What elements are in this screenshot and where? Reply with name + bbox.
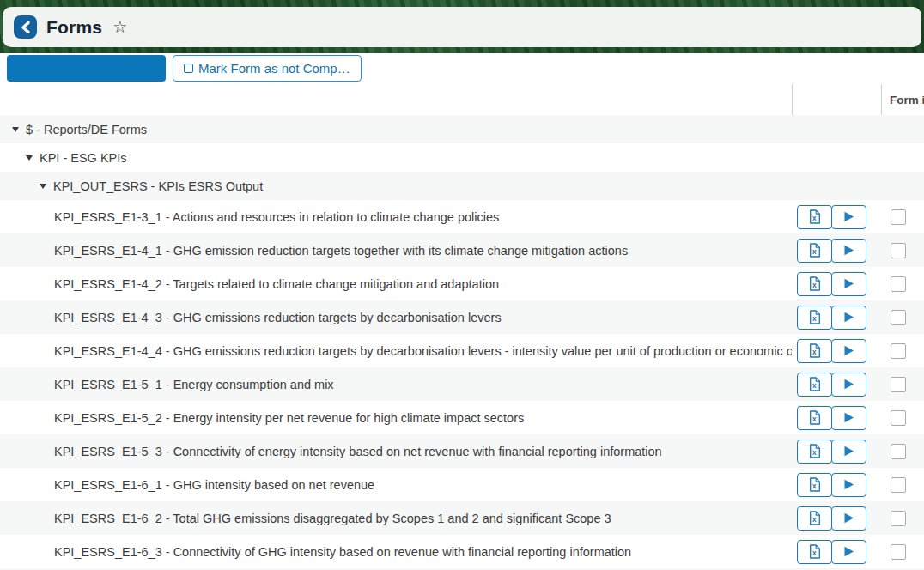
form-label: KPI_ESRS_E1-6_3 - Connectivity of GHG in… xyxy=(0,545,792,559)
column-header-actions xyxy=(792,84,881,115)
run-form-button[interactable] xyxy=(831,239,866,263)
export-excel-button[interactable]: x xyxy=(797,406,832,430)
form-action-button-group: x xyxy=(797,306,866,330)
form-actions: x xyxy=(792,540,881,564)
mark-form-not-complete-label: Mark Form as not Comp… xyxy=(198,61,350,76)
export-excel-button[interactable]: x xyxy=(797,272,832,296)
form-is-complete-checkbox[interactable] xyxy=(891,243,906,258)
play-icon xyxy=(843,546,854,557)
svg-text:x: x xyxy=(812,415,817,423)
form-is-cell xyxy=(881,511,924,526)
column-header-forms xyxy=(0,84,792,115)
run-form-button[interactable] xyxy=(831,473,866,497)
form-row: KPI_ESRS_E1-5_3 - Connectivity of energy… xyxy=(0,434,924,468)
run-form-button[interactable] xyxy=(831,306,866,330)
run-form-button[interactable] xyxy=(831,440,866,464)
run-form-button[interactable] xyxy=(831,373,866,397)
svg-text:x: x xyxy=(812,315,817,323)
export-excel-button[interactable]: x xyxy=(797,239,832,263)
form-is-complete-checkbox[interactable] xyxy=(891,477,906,493)
form-is-complete-checkbox[interactable] xyxy=(891,410,906,426)
export-excel-button[interactable]: x xyxy=(797,339,832,363)
form-row: KPI_ESRS_E1-4_4 - GHG emissions reductio… xyxy=(0,334,924,367)
svg-text:x: x xyxy=(812,382,817,390)
excel-file-icon: x xyxy=(809,410,821,425)
svg-text:x: x xyxy=(812,549,817,557)
triangle-down-icon[interactable] xyxy=(40,184,46,189)
export-excel-button[interactable]: x xyxy=(797,506,832,531)
svg-text:x: x xyxy=(812,449,817,457)
form-is-cell xyxy=(881,243,924,258)
excel-file-icon: x xyxy=(809,544,821,559)
run-form-button[interactable] xyxy=(831,406,866,430)
run-form-button[interactable] xyxy=(831,205,866,229)
form-label: KPI_ESRS_E1-5_3 - Connectivity of energy… xyxy=(0,445,792,458)
tree-group-row[interactable]: KPI - ESG KPIs xyxy=(0,143,924,172)
svg-text:x: x xyxy=(812,215,817,222)
form-actions: x xyxy=(792,339,881,363)
play-icon xyxy=(843,278,854,289)
form-is-cell xyxy=(881,310,924,325)
form-actions: x xyxy=(792,205,881,229)
run-form-button[interactable] xyxy=(831,506,866,531)
run-form-button[interactable] xyxy=(831,540,866,564)
form-is-complete-checkbox[interactable] xyxy=(891,511,906,526)
triangle-down-icon[interactable] xyxy=(12,127,19,132)
form-label: KPI_ESRS_E1-4_1 - GHG emission reduction… xyxy=(0,244,792,258)
mark-form-not-complete-button[interactable]: Mark Form as not Comp… xyxy=(173,55,362,82)
form-is-cell xyxy=(881,477,924,493)
form-is-complete-checkbox[interactable] xyxy=(891,444,906,459)
form-actions: x xyxy=(792,373,881,397)
form-label: KPI_ESRS_E1-4_4 - GHG emissions reductio… xyxy=(0,344,792,358)
form-row: KPI_ESRS_E1-4_2 - Targets related to cli… xyxy=(0,267,924,300)
tree-group-row[interactable]: $ - Reports/DE Forms xyxy=(0,115,924,143)
run-form-button[interactable] xyxy=(831,339,866,363)
triangle-down-icon[interactable] xyxy=(26,155,33,161)
table-header: Form is xyxy=(0,84,924,115)
svg-text:x: x xyxy=(812,349,817,356)
form-actions: x xyxy=(792,239,881,263)
form-is-complete-checkbox[interactable] xyxy=(891,209,906,225)
form-label: KPI_ESRS_E1-3_1 - Actions and resources … xyxy=(0,210,792,224)
form-is-complete-checkbox[interactable] xyxy=(891,343,906,359)
excel-file-icon: x xyxy=(809,444,821,458)
back-button[interactable] xyxy=(14,15,37,39)
form-is-cell xyxy=(881,276,924,292)
play-icon xyxy=(843,312,854,323)
app-screen: Forms ☆ Mark Form as not Comp… Form is $… xyxy=(0,0,924,570)
star-icon[interactable]: ☆ xyxy=(112,19,127,35)
form-is-cell xyxy=(881,377,924,392)
form-is-complete-checkbox[interactable] xyxy=(891,310,906,325)
export-excel-button[interactable]: x xyxy=(797,540,832,564)
tree-group-row[interactable]: KPI_OUT_ESRS - KPIs ESRS Output xyxy=(0,172,924,200)
export-excel-button[interactable]: x xyxy=(797,205,832,229)
form-action-button-group: x xyxy=(797,473,866,497)
form-row: KPI_ESRS_E1-4_3 - GHG emissions reductio… xyxy=(0,300,924,334)
form-row: KPI_ESRS_E1-5_2 - Energy intensity per n… xyxy=(0,401,924,434)
form-action-button-group: x xyxy=(797,339,866,363)
export-excel-button[interactable]: x xyxy=(797,306,832,330)
column-header-form-is: Form is xyxy=(881,84,924,115)
primary-action-button[interactable] xyxy=(7,55,166,82)
form-action-button-group: x xyxy=(797,440,866,464)
tree-group-label: KPI_OUT_ESRS - KPIs ESRS Output xyxy=(53,179,263,193)
run-form-button[interactable] xyxy=(831,272,866,296)
checkbox-icon xyxy=(184,64,193,73)
page-title: Forms xyxy=(46,17,102,38)
form-label: KPI_ESRS_E1-5_2 - Energy intensity per n… xyxy=(0,411,792,425)
form-action-button-group: x xyxy=(797,406,866,430)
form-is-complete-checkbox[interactable] xyxy=(891,544,906,560)
form-is-complete-checkbox[interactable] xyxy=(891,276,906,292)
play-icon xyxy=(843,512,854,524)
form-is-cell xyxy=(881,410,924,426)
export-excel-button[interactable]: x xyxy=(797,440,832,464)
export-excel-button[interactable]: x xyxy=(797,373,832,397)
svg-text:x: x xyxy=(812,282,817,289)
form-row: KPI_ESRS_E1-5_1 - Energy consumption and… xyxy=(0,367,924,401)
form-actions: x xyxy=(792,272,881,296)
form-is-complete-checkbox[interactable] xyxy=(891,377,906,392)
export-excel-button[interactable]: x xyxy=(797,473,832,497)
play-icon xyxy=(843,245,854,256)
content-area: Mark Form as not Comp… Form is $ - Repor… xyxy=(0,53,924,570)
svg-text:x: x xyxy=(812,482,817,490)
